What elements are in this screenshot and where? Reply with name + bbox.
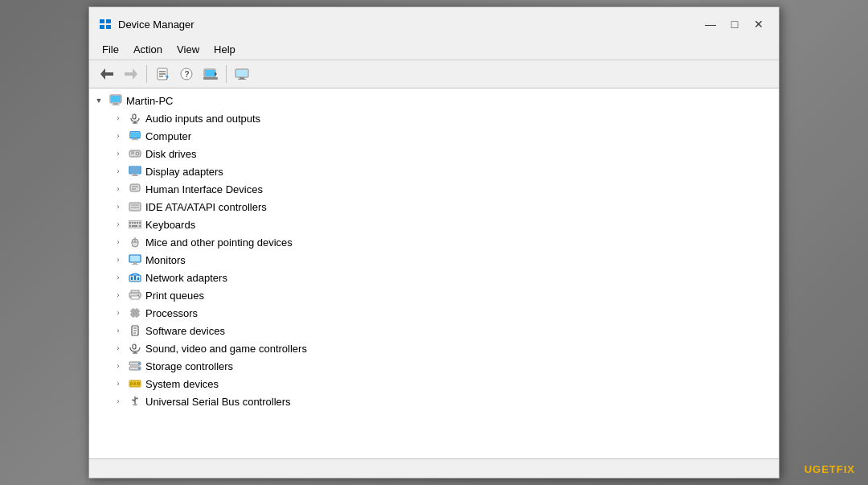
expand-ide-arrow: › xyxy=(112,200,125,213)
ide-label: IDE ATA/ATAPI controllers xyxy=(145,201,267,213)
expand-monitors-arrow: › xyxy=(112,253,125,266)
expand-system-arrow: › xyxy=(112,377,125,390)
toolbar-back[interactable] xyxy=(96,64,118,84)
svg-rect-25 xyxy=(133,114,136,119)
tree-item-monitors[interactable]: › Monitors xyxy=(89,251,779,269)
usb-label: Universal Serial Bus controllers xyxy=(145,396,291,408)
svg-rect-2 xyxy=(100,25,104,29)
tree-item-keyboard[interactable]: › Keyboards xyxy=(89,216,779,233)
close-button[interactable]: ✕ xyxy=(748,14,769,35)
toolbar-update[interactable] xyxy=(199,64,222,84)
svg-rect-18 xyxy=(236,70,248,76)
desktop: Device Manager — □ ✕ File Action View He… xyxy=(0,0,868,485)
usb-icon xyxy=(128,394,142,409)
monitors-label: Monitors xyxy=(145,254,186,266)
disk-label: Disk drives xyxy=(145,148,197,160)
expand-display-arrow: › xyxy=(112,165,125,178)
window-controls: — □ ✕ xyxy=(700,14,769,35)
window-icon xyxy=(99,18,112,31)
svg-rect-69 xyxy=(131,296,139,299)
expand-hid-arrow: › xyxy=(112,183,125,195)
menu-file[interactable]: File xyxy=(96,41,125,58)
tree-item-mice[interactable]: › Mice and other pointing devices xyxy=(89,233,779,251)
audio-label: Audio inputs and outputs xyxy=(145,113,260,125)
svg-rect-47 xyxy=(129,222,131,224)
expand-computer-arrow: › xyxy=(112,129,125,142)
toolbar-properties[interactable]: ? xyxy=(151,64,174,84)
expand-storage-arrow: › xyxy=(112,360,125,372)
svg-rect-48 xyxy=(132,222,133,224)
svg-rect-98 xyxy=(137,398,138,400)
svg-rect-15 xyxy=(203,77,218,80)
display-label: Display adapters xyxy=(145,166,223,178)
svg-rect-39 xyxy=(132,175,138,176)
svg-text:?: ? xyxy=(165,74,169,80)
svg-rect-1 xyxy=(106,19,111,23)
tree-item-audio[interactable]: › Audio inputs and outputs xyxy=(89,109,779,127)
monitor-icon xyxy=(128,253,142,267)
svg-rect-31 xyxy=(132,139,139,140)
tree-item-software[interactable]: › Software devices xyxy=(89,322,779,339)
tree-item-processors[interactable]: › Processors xyxy=(89,304,779,322)
tree-item-print[interactable]: › Print queues xyxy=(89,286,779,304)
expand-usb-arrow: › xyxy=(112,395,125,408)
tree-item-display[interactable]: › Display adapters xyxy=(89,162,779,180)
svg-rect-22 xyxy=(111,96,121,102)
keyboard-icon xyxy=(128,217,142,232)
svg-rect-64 xyxy=(131,277,133,280)
expand-network-arrow: › xyxy=(112,271,125,284)
svg-rect-19 xyxy=(240,77,244,79)
computer-label: Computer xyxy=(145,130,191,142)
mouse-icon xyxy=(128,235,142,249)
sound-icon xyxy=(128,341,142,356)
disk-icon xyxy=(128,146,142,161)
toolbar-display[interactable] xyxy=(231,64,253,84)
tree-item-disk[interactable]: › Disk drives xyxy=(89,145,779,162)
svg-rect-93 xyxy=(130,382,133,385)
svg-rect-29 xyxy=(131,133,140,138)
tree-item-usb[interactable]: › Universal Serial Bus controllers xyxy=(89,393,779,410)
tree-item-network[interactable]: › Network adapters xyxy=(89,269,779,286)
watermark: UGETFIX xyxy=(805,463,855,475)
svg-text:?: ? xyxy=(185,70,190,79)
svg-point-91 xyxy=(138,368,140,369)
svg-rect-85 xyxy=(133,344,136,349)
menu-view[interactable]: View xyxy=(170,41,206,58)
tree-item-ide[interactable]: › IDE ATA/ATAPI controllers xyxy=(89,198,779,216)
network-label: Network adapters xyxy=(145,272,227,284)
toolbar-sep-2 xyxy=(226,65,227,83)
hid-icon xyxy=(128,182,142,196)
tree-item-storage[interactable]: › Storage controllers xyxy=(89,357,779,375)
svg-rect-14 xyxy=(205,70,215,76)
tree-item-computer[interactable]: › Computer xyxy=(89,127,779,145)
expand-disk-arrow: › xyxy=(112,147,125,160)
watermark-highlight: ET xyxy=(821,463,837,475)
storage-icon xyxy=(128,359,142,373)
toolbar: ? ? xyxy=(89,60,779,88)
tree-root[interactable]: ▼ Martin-PC xyxy=(89,92,779,109)
print-icon xyxy=(128,288,142,302)
computer-icon xyxy=(108,93,123,108)
svg-rect-50 xyxy=(137,222,138,224)
processors-label: Processors xyxy=(145,307,198,319)
minimize-button[interactable]: — xyxy=(700,14,721,35)
svg-point-100 xyxy=(132,399,133,401)
tree-item-hid[interactable]: › Human Interface Devices xyxy=(89,180,779,198)
storage-label: Storage controllers xyxy=(145,360,233,372)
toolbar-forward[interactable] xyxy=(120,64,142,84)
expand-mice-arrow: › xyxy=(112,236,125,249)
menu-action[interactable]: Action xyxy=(127,41,169,58)
title-bar: Device Manager — □ ✕ xyxy=(89,7,779,39)
maximize-button[interactable]: □ xyxy=(724,14,745,35)
svg-rect-43 xyxy=(129,203,141,211)
window-title: Device Manager xyxy=(118,18,694,31)
tree-item-system[interactable]: › System devices xyxy=(89,375,779,393)
menu-help[interactable]: Help xyxy=(207,41,242,58)
tree-item-sound[interactable]: › Sound, video and game controllers xyxy=(89,339,779,357)
expand-software-arrow: › xyxy=(112,324,125,337)
toolbar-sep-1 xyxy=(146,65,147,83)
svg-rect-61 xyxy=(133,262,137,264)
toolbar-help[interactable]: ? xyxy=(175,64,198,84)
expand-audio-arrow: › xyxy=(112,112,125,125)
expand-keyboard-arrow: › xyxy=(112,218,125,231)
